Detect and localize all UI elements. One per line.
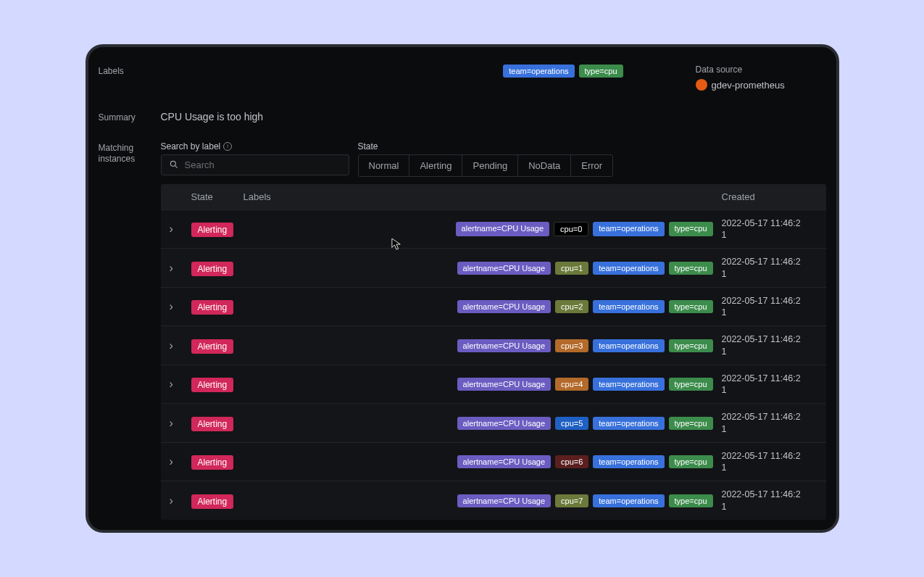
info-icon[interactable]: i (223, 142, 232, 151)
table-row: ›Alertingalertname=CPU Usagecpu=6team=op… (161, 442, 826, 481)
header-created: Created (722, 191, 817, 202)
row-labels: alertname=CPU Usagecpu=4team=operationst… (241, 378, 713, 391)
label-badge: type=cpu (669, 300, 713, 313)
label-badge: alertname=CPU Usage (457, 300, 551, 313)
search-box[interactable] (161, 154, 349, 175)
table-row: ›Alertingalertname=CPU Usagecpu=4team=op… (161, 365, 826, 404)
app-window: Labels team=operationstype=cpu Data sour… (86, 44, 839, 533)
state-badge: Alerting (191, 223, 234, 237)
search-input[interactable] (185, 159, 341, 170)
state-badge: Alerting (191, 417, 234, 431)
side-label-matching: Matching instances (99, 141, 161, 165)
header-state: State (191, 191, 232, 202)
label-badge: type=cpu (669, 455, 713, 468)
state-tab-alerting[interactable]: Alerting (409, 155, 462, 176)
label-badge: team=operations (593, 455, 664, 468)
created-timestamp: 2022-05-17 11:46:21 (722, 411, 817, 435)
label-badge: alertname=CPU Usage (457, 262, 551, 275)
header-labels: Labels (241, 191, 713, 202)
label-badge: cpu=3 (555, 339, 588, 352)
state-tab-normal[interactable]: Normal (359, 155, 410, 176)
label-badge: alertname=CPU Usage (457, 378, 551, 391)
state-tab-nodata[interactable]: NoData (518, 155, 571, 176)
search-icon (169, 159, 179, 170)
expand-chevron-icon[interactable]: › (170, 339, 173, 352)
label-badge: team=operations (593, 300, 664, 313)
side-label-summary: Summary (99, 111, 161, 124)
row-labels: alertname=CPU Usagecpu=5team=operationst… (241, 417, 713, 430)
label-badge: team=operations (593, 222, 664, 236)
label-badge: cpu=5 (555, 417, 588, 430)
state-filter-tabs: NormalAlertingPendingNoDataError (358, 154, 614, 177)
side-label-labels: Labels (99, 65, 161, 78)
expand-chevron-icon[interactable]: › (170, 417, 173, 429)
label-badge: cpu=7 (555, 494, 588, 507)
row-labels: alertname=CPU Usagecpu=0team=operationst… (241, 222, 713, 236)
expand-chevron-icon[interactable]: › (170, 262, 173, 274)
created-timestamp: 2022-05-17 11:46:21 (722, 489, 817, 512)
state-badge: Alerting (191, 300, 234, 315)
created-timestamp: 2022-05-17 11:46:21 (722, 333, 817, 357)
created-timestamp: 2022-05-17 11:46:21 (722, 373, 817, 397)
state-label: State (358, 141, 614, 151)
expand-chevron-icon[interactable]: › (170, 494, 173, 507)
label-badge: type=cpu (669, 378, 713, 391)
state-badge: Alerting (191, 455, 234, 470)
label-badge: cpu=0 (554, 222, 588, 236)
label-badge: type=cpu (669, 417, 713, 430)
label-badge: alertname=CPU Usage (457, 417, 551, 430)
state-tab-error[interactable]: Error (571, 155, 612, 176)
label-badge: alertname=CPU Usage (457, 455, 551, 468)
label-badge: team=operations (593, 417, 664, 430)
table-row: ›Alertingalertname=CPU Usagecpu=1team=op… (161, 248, 826, 287)
search-label: Search by label i (161, 141, 349, 151)
label-badge: alertname=CPU Usage (457, 494, 551, 507)
data-source-block: Data source gdev-prometheus (696, 65, 826, 91)
instances-table: State Labels Created ›Alertingalertname=… (161, 184, 826, 520)
label-badge: alertname=CPU Usage (457, 339, 551, 352)
summary-text: CPU Usage is too high (161, 111, 826, 123)
label-badge: type=cpu (669, 222, 713, 236)
table-row: ›Alertingalertname=CPU Usagecpu=5team=op… (161, 403, 826, 442)
row-labels: alertname=CPU Usagecpu=7team=operationst… (241, 494, 713, 507)
created-timestamp: 2022-05-17 11:46:21 (722, 450, 817, 474)
label-badge: type=cpu (669, 339, 713, 352)
label-badge: type=cpu (669, 494, 713, 507)
label-badge: alertname=CPU Usage (456, 222, 549, 236)
data-source-name-text: gdev-prometheus (712, 80, 785, 91)
expand-chevron-icon[interactable]: › (170, 300, 173, 312)
table-row: ›Alertingalertname=CPU Usagecpu=0team=op… (161, 209, 826, 249)
data-source-name[interactable]: gdev-prometheus (696, 79, 826, 91)
state-tab-pending[interactable]: Pending (462, 155, 518, 176)
expand-chevron-icon[interactable]: › (170, 223, 173, 235)
state-badge: Alerting (191, 262, 234, 276)
label-badge: team=operations (593, 262, 664, 275)
created-timestamp: 2022-05-17 11:46:21 (722, 256, 817, 280)
row-labels: alertname=CPU Usagecpu=2team=operationst… (241, 300, 713, 313)
label-badge: team=operations (503, 65, 574, 78)
state-badge: Alerting (191, 494, 234, 509)
row-labels: alertname=CPU Usagecpu=1team=operationst… (241, 262, 713, 275)
expand-chevron-icon[interactable]: › (170, 378, 173, 390)
table-header: State Labels Created (161, 184, 826, 209)
created-timestamp: 2022-05-17 11:46:21 (722, 217, 817, 241)
label-badge: cpu=4 (555, 378, 588, 391)
data-source-title: Data source (696, 65, 826, 75)
rule-labels: team=operationstype=cpu (503, 65, 623, 78)
label-badge: team=operations (593, 494, 664, 507)
row-labels: alertname=CPU Usagecpu=3team=operationst… (241, 339, 713, 352)
prometheus-icon (696, 79, 707, 91)
svg-line-1 (175, 166, 177, 168)
expand-chevron-icon[interactable]: › (170, 455, 173, 468)
label-badge: cpu=2 (555, 300, 588, 313)
created-timestamp: 2022-05-17 11:46:21 (722, 295, 817, 319)
label-badge: team=operations (593, 378, 664, 391)
label-badge: cpu=1 (555, 262, 588, 275)
label-badge: cpu=6 (555, 455, 588, 468)
label-badge: team=operations (593, 339, 664, 352)
row-labels: alertname=CPU Usagecpu=6team=operationst… (241, 455, 713, 468)
svg-point-0 (170, 162, 175, 167)
table-row: ›Alertingalertname=CPU Usagecpu=3team=op… (161, 325, 826, 365)
state-badge: Alerting (191, 339, 234, 354)
label-badge: type=cpu (579, 65, 623, 78)
